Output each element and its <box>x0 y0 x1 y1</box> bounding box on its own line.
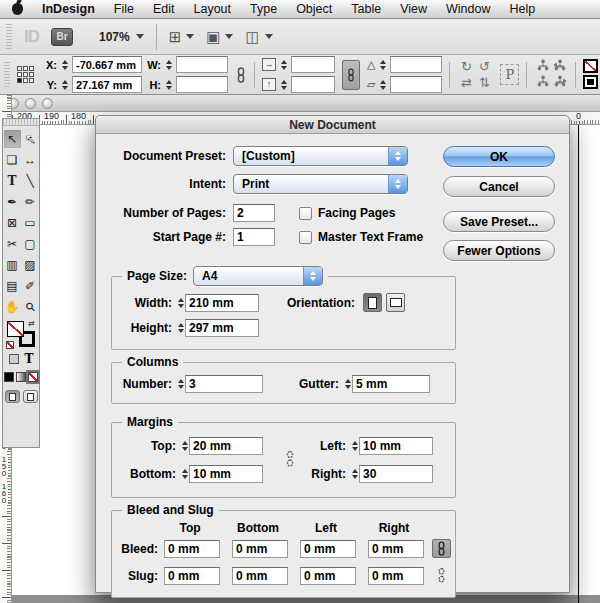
menu-file[interactable]: File <box>114 2 134 16</box>
frame-tool[interactable]: ⊠ <box>4 214 21 232</box>
zoom-window-button[interactable] <box>42 98 53 109</box>
margin-left-stepper[interactable] <box>350 441 359 451</box>
slug-right-input[interactable] <box>368 567 424 585</box>
page-tool[interactable]: ❏ <box>4 151 21 169</box>
bleed-bottom-input[interactable] <box>232 540 288 558</box>
preview-mode-button[interactable] <box>23 390 38 403</box>
apply-color-button[interactable] <box>4 372 14 382</box>
menu-help[interactable]: Help <box>510 2 536 16</box>
constrain-scale-link-button[interactable] <box>342 60 360 90</box>
cancel-button[interactable]: Cancel <box>443 176 555 197</box>
margin-bottom-input[interactable] <box>189 465 263 483</box>
apple-menu-icon[interactable] <box>12 3 23 15</box>
fill-stroke-proxy[interactable]: ⇄ <box>7 321 35 347</box>
reference-point-proxy[interactable] <box>17 66 34 83</box>
slug-left-input[interactable] <box>300 567 356 585</box>
select-next-object-icon[interactable] <box>554 75 566 90</box>
eyedropper-tool[interactable]: ✐ <box>22 277 39 295</box>
document-preset-dropdown[interactable]: [Custom] <box>233 146 408 166</box>
stroke-black-swatch[interactable] <box>583 75 598 89</box>
fewer-options-button[interactable]: Fewer Options <box>443 240 555 261</box>
menu-layout[interactable]: Layout <box>194 2 232 16</box>
flip-horizontal-icon[interactable]: ⇄ <box>461 75 472 90</box>
zoom-tool[interactable]: ⚲ <box>18 294 43 319</box>
slug-bottom-input[interactable] <box>232 567 288 585</box>
margin-right-stepper[interactable] <box>350 469 359 479</box>
margin-bottom-stepper[interactable] <box>180 469 189 479</box>
height-stepper[interactable] <box>164 80 173 90</box>
selection-tool[interactable]: ↖ <box>4 130 21 148</box>
ok-button[interactable]: OK <box>443 146 555 167</box>
menu-table[interactable]: Table <box>351 2 381 16</box>
rotation-angle-input[interactable] <box>390 56 442 73</box>
flip-vertical-icon[interactable]: ⇅ <box>479 75 490 90</box>
y-position-input[interactable] <box>72 76 142 93</box>
slug-unlink-icon[interactable] <box>432 566 451 585</box>
page-width-stepper[interactable] <box>176 298 185 308</box>
bridge-button[interactable]: Br <box>51 28 73 46</box>
menu-object[interactable]: Object <box>296 2 332 16</box>
margins-unlink-icon[interactable] <box>280 449 299 468</box>
margin-top-stepper[interactable] <box>180 441 189 451</box>
columns-number-stepper[interactable] <box>176 379 185 389</box>
slug-top-input[interactable] <box>164 567 220 585</box>
arrange-documents-dropdown[interactable]: ◫ <box>245 29 272 44</box>
select-container-icon[interactable] <box>537 59 549 74</box>
page-height-input[interactable] <box>185 319 259 337</box>
scissors-tool[interactable]: ✂ <box>4 235 21 253</box>
bleed-top-input[interactable] <box>164 540 220 558</box>
direct-selection-tool[interactable]: ↖ <box>22 130 39 148</box>
note-tool[interactable]: ▤ <box>4 277 21 295</box>
page-width-input[interactable] <box>185 294 259 312</box>
rotate-ccw-icon[interactable]: ↺ <box>479 59 490 74</box>
margin-top-input[interactable] <box>189 437 263 455</box>
width-input[interactable] <box>176 56 228 73</box>
rotation-angle-stepper[interactable] <box>378 60 387 70</box>
gradient-swatch-tool[interactable]: ▥ <box>4 256 21 274</box>
type-tool[interactable]: T <box>4 172 21 190</box>
width-stepper[interactable] <box>164 60 173 70</box>
menu-type[interactable]: Type <box>250 2 277 16</box>
screen-mode-dropdown[interactable]: ▣ <box>206 29 233 44</box>
margin-right-input[interactable] <box>359 465 433 483</box>
apply-gradient-button[interactable] <box>16 372 26 382</box>
menu-view[interactable]: View <box>400 2 427 16</box>
fill-box[interactable] <box>7 321 24 337</box>
shear-angle-input[interactable] <box>390 76 442 93</box>
fill-none-swatch[interactable] <box>583 59 598 73</box>
rotate-cw-icon[interactable]: ↻ <box>461 59 472 74</box>
formatting-affects-text-icon[interactable]: T <box>25 352 34 366</box>
menu-edit[interactable]: Edit <box>153 2 175 16</box>
bleed-right-input[interactable] <box>368 540 424 558</box>
view-options-dropdown[interactable]: ⊞ <box>169 29 195 44</box>
fill-stroke-swatches[interactable] <box>583 59 600 91</box>
scale-y-stepper[interactable] <box>279 80 288 90</box>
bleed-left-input[interactable] <box>300 540 356 558</box>
gutter-input[interactable] <box>352 375 430 393</box>
free-transform-tool[interactable]: ▢ <box>22 235 39 253</box>
line-tool[interactable]: ╲ <box>22 172 39 190</box>
gradient-feather-tool[interactable]: ▨ <box>22 256 39 274</box>
number-of-pages-input[interactable] <box>233 204 275 222</box>
default-fill-stroke-icon[interactable] <box>6 341 14 349</box>
rectangle-tool[interactable]: ▭ <box>22 214 39 232</box>
gutter-stepper[interactable] <box>343 379 352 389</box>
scale-y-input[interactable] <box>291 76 335 93</box>
orientation-portrait-button[interactable] <box>363 293 382 312</box>
swap-fill-stroke-icon[interactable]: ⇄ <box>28 319 35 328</box>
facing-pages-checkbox[interactable] <box>299 207 312 220</box>
save-preset-button[interactable]: Save Preset... <box>443 211 555 232</box>
tools-panel-titlebar[interactable] <box>3 119 39 126</box>
start-page-input[interactable] <box>233 228 275 246</box>
gap-tool[interactable]: ↔ <box>22 151 39 169</box>
pencil-tool[interactable]: ✏ <box>22 193 39 211</box>
apply-none-button[interactable] <box>28 372 38 382</box>
shear-angle-stepper[interactable] <box>378 80 387 90</box>
scale-x-stepper[interactable] <box>279 60 288 70</box>
select-previous-object-icon[interactable] <box>554 59 566 74</box>
menu-indesign[interactable]: InDesign <box>42 2 95 16</box>
intent-dropdown[interactable]: Print <box>233 174 408 194</box>
pen-tool[interactable]: ✒ <box>4 193 21 211</box>
margin-left-input[interactable] <box>359 437 433 455</box>
formatting-affects-container-icon[interactable] <box>9 354 19 364</box>
